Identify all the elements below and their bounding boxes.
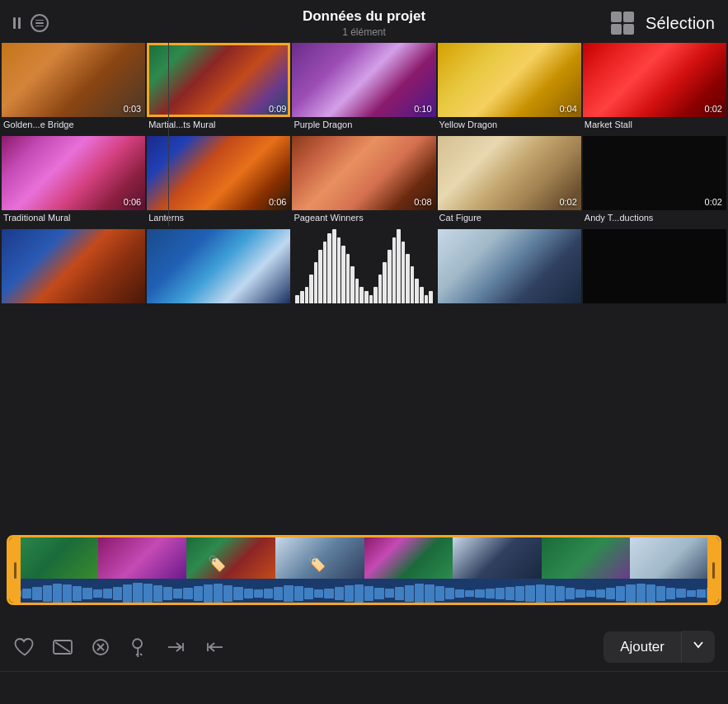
media-thumb-wrap-golden-gate: 0:03 [2, 43, 145, 117]
timeline-frame-8 [630, 537, 719, 579]
duration-badge-pageant: 0:08 [414, 197, 431, 207]
media-thumb-wrap-yellow-dragon: 0:04 [438, 43, 581, 117]
timeline-audio-waveform [9, 579, 719, 605]
media-thumb-wrap-andy-t: 0:02 [583, 136, 726, 210]
media-thumb-wrap-dark-clip [583, 229, 726, 303]
grid-view-button[interactable] [611, 12, 634, 35]
timeline-frame-6 [453, 537, 542, 579]
timeline-frame-3 [186, 537, 275, 579]
duration-badge-golden-gate: 0:03 [124, 104, 141, 114]
timeline-emoji-1: 🏷️ [208, 555, 226, 573]
media-item-andy-t[interactable]: 0:02Andy T...ductions [583, 136, 726, 228]
add-button[interactable]: Ajouter [604, 631, 682, 663]
hide-button[interactable] [51, 636, 74, 659]
toolbar-right: Ajouter [604, 631, 715, 663]
media-item-bridge2[interactable] [2, 229, 145, 303]
project-item-count: 1 élément [303, 26, 425, 38]
header-center: Données du projet 1 élément [303, 8, 425, 37]
timeline-handle-left[interactable] [9, 537, 21, 603]
timeline-frames [9, 537, 719, 579]
toolbar: Ajouter [0, 622, 728, 671]
chevron-down-icon [692, 638, 705, 651]
trim-start-button[interactable] [203, 636, 226, 659]
trim-end-button[interactable] [165, 636, 188, 659]
media-item-trad-mural[interactable]: 0:06Traditional Mural [2, 136, 145, 228]
media-thumb-wrap-trad-mural: 0:06 [2, 136, 145, 210]
media-thumb-wrap-aerial [147, 229, 290, 303]
handle-grip-left [14, 562, 16, 579]
media-thumb-wrap-bridge2 [2, 229, 145, 303]
media-item-dark-clip[interactable] [583, 229, 726, 303]
grid-cell-2 [623, 12, 634, 22]
media-item-city-hall[interactable] [438, 229, 581, 303]
add-chevron-button[interactable] [682, 631, 715, 663]
media-item-market-stall[interactable]: 0:02Market Stall [583, 43, 726, 134]
media-thumb-wrap-city-hall [438, 229, 581, 303]
duration-badge-lanterns: 0:06 [269, 197, 286, 207]
header-left [13, 14, 49, 32]
media-grid: 0:03Golden...e Bridge0:09Martial...ts Mu… [0, 43, 728, 303]
timeline-strip[interactable]: 🏷️ 🏷️ [7, 535, 721, 605]
timeline-handle-right[interactable] [707, 537, 719, 603]
media-item-golden-gate[interactable]: 0:03Golden...e Bridge [2, 43, 145, 134]
svg-line-8 [140, 653, 142, 655]
svg-line-7 [136, 653, 138, 655]
timeline-emoji-2: 🏷️ [308, 555, 326, 573]
header: Données du projet 1 élément Sélection [0, 0, 728, 43]
duration-badge-andy-t: 0:02 [705, 197, 722, 207]
keyword-button[interactable] [127, 636, 150, 659]
audio-waveform-bars [9, 579, 719, 605]
timeline-frame-7 [542, 537, 631, 579]
arrow-to-right-icon [166, 637, 187, 657]
key-icon [124, 632, 153, 661]
media-thumb-wrap-cat-figure: 0:02 [438, 136, 581, 210]
media-label-cat-figure: Cat Figure [438, 210, 581, 228]
duration-badge-trad-mural: 0:06 [124, 197, 141, 207]
sort-filter-button[interactable] [31, 14, 49, 32]
media-item-aerial[interactable] [147, 229, 290, 303]
reject-button[interactable] [89, 636, 112, 659]
media-label-yellow-dragon: Yellow Dragon [438, 117, 581, 134]
timeline-frame-1 [9, 537, 98, 579]
duration-badge-purple-dragon: 0:10 [414, 104, 431, 114]
media-label-golden-gate: Golden...e Bridge [2, 117, 145, 134]
media-label-trad-mural: Traditional Mural [2, 210, 145, 228]
media-label-pageant: Pageant Winners [292, 210, 435, 228]
media-thumb-wrap-market-stall: 0:02 [583, 43, 726, 117]
media-label-purple-dragon: Purple Dragon [292, 117, 435, 134]
media-thumb-wrap-purple-dragon: 0:10 [292, 43, 435, 117]
media-item-pageant[interactable]: 0:08Pageant Winners [292, 136, 435, 228]
duration-badge-market-stall: 0:02 [705, 104, 722, 114]
rectangle-hide-icon [52, 637, 73, 657]
media-item-yellow-dragon[interactable]: 0:04Yellow Dragon [438, 43, 581, 134]
media-item-waveform[interactable] [292, 229, 435, 303]
pause-bar-2 [18, 17, 21, 29]
media-thumb-wrap-pageant: 0:08 [292, 136, 435, 210]
media-item-cat-figure[interactable]: 0:02Cat Figure [438, 136, 581, 228]
list-line-3 [35, 26, 44, 27]
grid-cell-3 [611, 24, 622, 35]
pause-bar-1 [13, 17, 16, 29]
bottom-bar [0, 671, 728, 704]
duration-badge-cat-figure: 0:02 [559, 197, 576, 207]
timeline-frame-2 [98, 537, 187, 579]
heart-icon [14, 637, 35, 657]
media-item-purple-dragon[interactable]: 0:10Purple Dragon [292, 43, 435, 134]
list-line-2 [35, 22, 44, 24]
waveform-visual [295, 237, 432, 303]
list-line-1 [35, 20, 44, 21]
pause-button[interactable] [13, 17, 21, 29]
grid-cell-4 [623, 24, 634, 35]
selection-button[interactable]: Sélection [646, 14, 715, 33]
header-right: Sélection [611, 12, 715, 35]
project-title: Données du projet [303, 8, 425, 25]
favorite-button[interactable] [13, 636, 36, 659]
timeline-frame-5 [364, 537, 453, 579]
media-thumb-wrap-waveform [292, 229, 435, 303]
x-circle-icon [90, 637, 111, 657]
timeline-container: 🏷️ 🏷️ [0, 535, 728, 605]
media-label-market-stall: Market Stall [583, 117, 726, 134]
arrow-to-left-icon [204, 637, 225, 657]
svg-point-5 [131, 636, 144, 650]
toolbar-left [13, 636, 587, 659]
